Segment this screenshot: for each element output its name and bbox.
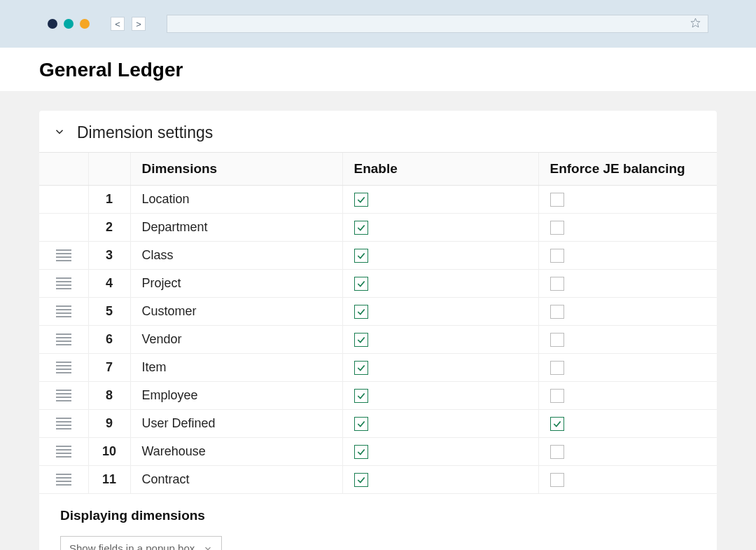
enforce-checkbox[interactable] [550,445,564,459]
enforce-checkbox[interactable] [550,193,564,207]
enable-cell [342,186,538,214]
enable-cell [342,354,538,382]
row-index: 3 [88,242,130,270]
content-area: Dimension settings Dimensions Enable Enf… [0,91,756,550]
drag-handle-icon[interactable] [50,249,77,261]
dimension-name: Class [130,242,342,270]
enforce-cell [538,298,717,326]
enforce-checkbox[interactable] [550,249,564,263]
enable-checkbox[interactable] [354,249,368,263]
enforce-checkbox[interactable] [550,277,564,291]
window-traffic-dots [48,19,90,29]
dimension-settings-panel: Dimension settings Dimensions Enable Enf… [39,111,717,550]
table-row: 3Class [39,242,717,270]
window-dot-1 [48,19,57,29]
row-index: 9 [88,410,130,438]
dimension-name: Location [130,186,342,214]
enforce-checkbox[interactable] [550,305,564,319]
enforce-cell [538,438,717,466]
enforce-cell [538,242,717,270]
table-row: 5Customer [39,298,717,326]
url-bar[interactable] [167,15,708,33]
enable-checkbox[interactable] [354,417,368,431]
drag-handle-icon[interactable] [50,362,77,373]
drag-handle-icon[interactable] [50,334,77,345]
enable-cell [342,242,538,270]
drag-handle-cell [39,326,88,354]
header-enable: Enable [342,153,538,186]
dimension-name: Employee [130,382,342,410]
section-header[interactable]: Dimension settings [39,111,717,153]
row-index: 8 [88,382,130,410]
enable-checkbox[interactable] [354,221,368,235]
row-index: 1 [88,186,130,214]
enable-checkbox[interactable] [354,445,368,459]
dimension-name: Contract [130,466,342,494]
enforce-checkbox[interactable] [550,473,564,487]
enable-checkbox[interactable] [354,193,368,207]
enable-cell [342,214,538,242]
enable-checkbox[interactable] [354,333,368,347]
drag-handle-cell [39,242,88,270]
drag-handle-icon[interactable] [50,446,77,458]
enforce-checkbox[interactable] [550,361,564,375]
row-index: 11 [88,466,130,494]
enable-checkbox[interactable] [354,361,368,375]
drag-handle-cell [39,214,88,242]
window-dot-3 [80,19,90,29]
enforce-checkbox[interactable] [550,333,564,347]
drag-handle-icon[interactable] [50,418,77,429]
dimension-name: Item [130,354,342,382]
drag-handle-cell [39,438,88,466]
header-index [88,153,130,186]
row-index: 10 [88,438,130,466]
drag-handle-icon[interactable] [50,305,77,317]
enforce-cell [538,354,717,382]
drag-handle-cell [39,186,88,214]
enable-checkbox[interactable] [354,389,368,403]
row-index: 2 [88,214,130,242]
section-title: Dimension settings [77,123,213,142]
dimension-name: Vendor [130,326,342,354]
drag-handle-icon[interactable] [50,277,77,289]
drag-handle-icon[interactable] [50,474,77,486]
enable-cell [342,270,538,298]
enforce-checkbox[interactable] [550,417,564,431]
star-icon[interactable] [690,18,701,31]
table-row: 2Department [39,214,717,242]
dimension-name: Project [130,270,342,298]
enable-cell [342,466,538,494]
enable-cell [342,410,538,438]
dimension-name: Department [130,214,342,242]
row-index: 7 [88,354,130,382]
enforce-checkbox[interactable] [550,389,564,403]
enable-checkbox[interactable] [354,473,368,487]
table-row: 6Vendor [39,326,717,354]
svg-marker-0 [691,18,700,27]
enforce-cell [538,326,717,354]
table-row: 8Employee [39,382,717,410]
row-index: 4 [88,270,130,298]
displaying-mode-select[interactable]: Show fields in a popup box [60,536,222,550]
table-row: 9User Defined [39,410,717,438]
enforce-cell [538,270,717,298]
dimension-name: Warehouse [130,438,342,466]
table-row: 10Warehouse [39,438,717,466]
enable-checkbox[interactable] [354,277,368,291]
table-row: 7Item [39,354,717,382]
dimensions-table: Dimensions Enable Enforce JE balancing 1… [39,153,717,494]
page-header: General Ledger [0,48,756,91]
drag-handle-icon[interactable] [50,390,77,401]
chevron-down-icon [53,125,66,141]
enforce-cell [538,382,717,410]
enable-checkbox[interactable] [354,305,368,319]
header-dimensions: Dimensions [130,153,342,186]
enforce-cell [538,214,717,242]
enable-cell [342,382,538,410]
row-index: 6 [88,326,130,354]
table-row: 1Location [39,186,717,214]
nav-back-button[interactable]: < [111,17,125,31]
enforce-checkbox[interactable] [550,221,564,235]
nav-forward-button[interactable]: > [132,17,146,31]
dimension-name: Customer [130,298,342,326]
